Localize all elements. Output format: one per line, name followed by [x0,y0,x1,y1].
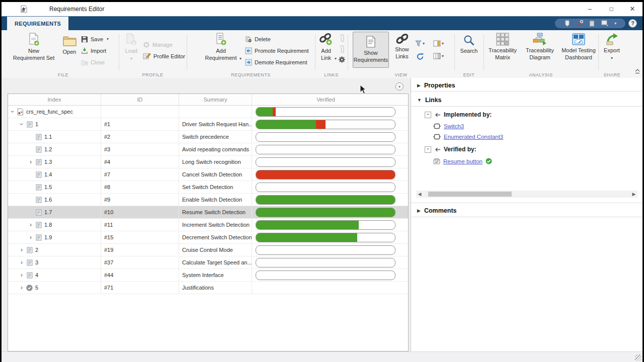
attach-link2-icon[interactable] [339,45,345,53]
table-row[interactable]: 1.7#10Resume Switch Detection [8,206,408,219]
column-header-summary[interactable]: Summary [179,94,252,105]
qa-dropdown-caret-icon[interactable]: ▾ [614,21,616,26]
load-button[interactable]: Load ▾ [122,33,141,61]
table-row[interactable]: 1.1#2Switch precedence [8,131,408,143]
expander-icon[interactable]: › [18,284,25,291]
expander-icon[interactable]: › [9,108,16,115]
new-requirement-set-button[interactable]: New Requirement Set [11,33,57,62]
manage-button[interactable]: Manage [143,39,185,50]
close-set-button[interactable]: Close [81,56,109,68]
collapse-group-icon[interactable]: − [425,112,431,118]
promote-label: Promote Requirement [255,48,309,54]
link-switch3[interactable]: Switch3 [444,123,464,129]
table-row[interactable]: 1.4#7Cancel Switch Detection [8,168,408,181]
link-group: −Verified by: [425,146,476,153]
open-button[interactable]: Open [58,35,81,56]
row-summary: Avoid repeating commands [179,143,252,155]
save-dropdown-caret-icon[interactable]: ▾ [107,37,109,41]
show-requirements-toggle[interactable]: Show Requirements [353,32,389,68]
add-requirement-button[interactable]: Add Requirement ▾ [199,33,243,61]
table-row[interactable]: ›3#37Calculate Target Speed an... [8,256,408,269]
columns-button[interactable]: ▾ [433,40,444,47]
traceability-matrix-button[interactable]: Traceability Matrix [485,33,521,61]
table-row[interactable]: 1.5#8Set Switch Detection [8,181,408,194]
expander-icon[interactable]: › [18,259,25,266]
column-header-index[interactable]: Index [8,94,101,105]
help-icon[interactable]: ? [628,19,637,28]
svg-text:?: ? [631,20,634,26]
minimize-ribbon-icon[interactable] [634,68,640,74]
expander-icon[interactable]: › [18,246,25,253]
filter-button[interactable]: ▾ [415,40,425,47]
traceability-diagram-button[interactable]: Traceability Diagram [522,33,558,61]
resize-grip[interactable] [635,354,641,361]
link-settings-gear-icon[interactable] [339,56,345,63]
expander-icon[interactable]: › [27,221,34,228]
reqdoc-icon [34,146,43,153]
table-row[interactable]: 1.2#3Avoid repeating commands [8,143,408,156]
row-summary: Calculate Target Speed an... [179,256,252,268]
verified-progress-bar [256,145,395,154]
section-header-links[interactable]: ▼ Links [417,97,442,104]
column-header-id[interactable]: ID [101,94,179,105]
model-testing-dashboard-button[interactable]: Model Testing Dashboard [559,33,598,61]
verified-progress-bar [256,258,395,267]
link-resume-button[interactable]: Resume button [443,158,482,164]
reqdoc-icon [34,159,43,165]
reqdoc-icon [34,134,43,140]
collapse-panel-icon[interactable]: ▾ [395,82,404,90]
qa-window-icon[interactable] [601,20,608,27]
table-row[interactable]: ›1.8#11Increment Switch Detection [8,219,408,231]
delete-button[interactable]: Delete [245,33,309,45]
scroll-right-icon[interactable]: ▶ [630,192,637,197]
add-link-button[interactable]: Add Link ▾ [315,33,337,61]
tab-requirements[interactable]: REQUIREMENTS [7,17,68,31]
add-requirement-caret-icon[interactable]: ▾ [239,56,242,61]
verified-progress-bar [256,270,395,280]
profile-editor-button[interactable]: Profile Editor [143,50,185,62]
requirements-editor-window: Requirements Editor – □ ✕ REQUIREMENTS ▾… [2,2,642,362]
search-button[interactable]: Search [456,34,481,55]
table-row[interactable]: ›2#19Cruise Control Mode [8,244,408,256]
qa-clipboard-icon[interactable] [589,20,595,27]
add-link-caret-icon[interactable]: ▾ [335,56,337,61]
close-button[interactable]: ✕ [622,2,642,16]
load-icon [125,33,138,46]
expander-icon[interactable]: › [18,272,25,279]
qa-tools-icon[interactable] [577,20,583,27]
table-row[interactable]: ›1.9#15Decrement Switch Detection [8,231,408,244]
export-caret-icon[interactable]: ▾ [611,56,613,61]
link-enumerated-constant3[interactable]: Enumerated Constant3 [444,134,503,140]
qa-pin-icon[interactable] [564,20,571,27]
expander-icon[interactable]: › [27,234,34,241]
table-row[interactable]: 1.6#9Enable Switch Detection [8,194,408,206]
maximize-button[interactable]: □ [601,2,621,16]
show-links-button[interactable]: Show Links [391,33,413,60]
column-header-verified[interactable]: Verified [252,94,399,105]
section-header-properties[interactable]: ▶ Properties [417,82,455,89]
demote-requirement-button[interactable]: Demote Requirement [245,56,309,68]
minimize-button[interactable]: – [580,2,600,16]
table-row[interactable]: ›1#1Driver Switch Request Han... [8,118,408,131]
table-row[interactable]: ›5#71Justifications [8,282,408,294]
scroll-left-icon[interactable]: ◀ [416,192,423,197]
promote-requirement-button[interactable]: Promote Requirement [245,45,309,56]
save-button[interactable]: Save ▾ [81,33,109,45]
expander-icon[interactable]: › [18,121,25,128]
import-button[interactable]: Import [81,45,109,56]
export-button[interactable]: Export ▾ [599,33,624,61]
row-index-label: 2 [35,247,38,253]
attach-link-icon[interactable] [339,34,345,42]
expander-icon[interactable]: › [27,158,34,165]
row-id: #8 [101,181,179,193]
table-row[interactable]: ›1.3#4Long Switch recognition [8,156,408,168]
scrollbar-thumb[interactable] [428,192,512,197]
row-index-label: 1 [35,121,38,127]
table-row[interactable]: ›4#44System Interface [8,269,408,282]
layout-button[interactable]: ▾ [433,53,444,59]
table-row[interactable]: ›crs_req_func_spec [8,106,408,118]
links-horizontal-scrollbar[interactable]: ◀ ▶ [416,191,637,198]
collapse-group-icon[interactable]: − [425,146,431,153]
refresh-icon[interactable] [416,53,424,60]
section-header-comments[interactable]: ▶ Comments [417,207,457,214]
